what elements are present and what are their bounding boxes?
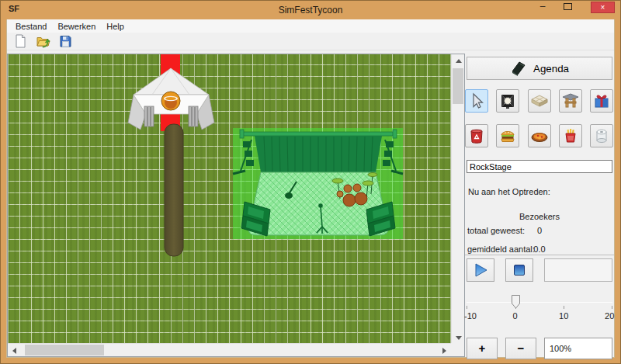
stat-total-row: totaal geweest: 0: [465, 226, 614, 235]
tool-button-trash-can[interactable]: [465, 124, 488, 147]
menu-help[interactable]: Help: [101, 21, 130, 32]
speed-slider[interactable]: -10 0 10 20: [467, 293, 612, 325]
agenda-button[interactable]: Agenda: [467, 57, 612, 80]
stage-platform-icon: [530, 92, 549, 110]
new-file-icon: [12, 33, 28, 49]
stat-total-label: totaal geweest:: [467, 226, 525, 235]
maximize-button[interactable]: [564, 3, 572, 10]
tool-button-toilet[interactable]: [590, 124, 613, 147]
tool-button-stage-platform[interactable]: [528, 89, 551, 113]
stat-average-label: gemiddeld aantal:: [467, 244, 535, 254]
slider-label-zero: 0: [513, 311, 518, 321]
now-performing-label: Nu aan het Optreden:: [468, 187, 550, 196]
stop-icon: [511, 262, 528, 279]
slider-thumb-icon: [512, 295, 520, 309]
new-file-button[interactable]: [11, 33, 29, 50]
scroll-right-icon[interactable]: [442, 348, 446, 354]
vertical-scroll-thumb[interactable]: [453, 68, 463, 104]
minimize-button[interactable]: –: [536, 1, 549, 13]
dirt-path[interactable]: [165, 124, 183, 256]
menu-bestand[interactable]: Bestand: [10, 21, 52, 32]
window-title: SimFestTycoon: [1, 5, 620, 16]
app-window: SF SimFestTycoon – × Bestand Bewerken He…: [0, 0, 621, 364]
zoom-level-field[interactable]: 100%: [544, 338, 612, 359]
window-body: Bestand Bewerken Help: [6, 19, 615, 358]
pizza-icon: [530, 127, 549, 145]
stat-average-row: gemiddeld aantal: 0.0: [465, 244, 614, 254]
zoom-in-button[interactable]: +: [467, 338, 498, 359]
grass-grid[interactable]: [8, 54, 451, 345]
spotlight-icon: [498, 92, 517, 110]
tool-button-spotlight[interactable]: [496, 89, 519, 113]
slider-track[interactable]: [467, 302, 612, 303]
tool-button-burger-stand[interactable]: [496, 124, 519, 147]
scrollbar-corner: [451, 343, 464, 356]
zoom-out-button[interactable]: −: [505, 338, 536, 359]
trash-can-icon: [467, 127, 486, 145]
scroll-up-icon[interactable]: [456, 59, 462, 63]
menu-bewerken[interactable]: Bewerken: [52, 21, 101, 32]
visitors-header: Bezoekers: [465, 212, 614, 221]
gift-icon: [592, 92, 611, 110]
zoom-controls: + − 100%: [467, 338, 612, 359]
festival-canvas[interactable]: [7, 54, 465, 357]
slider-label-ten: 10: [559, 311, 568, 321]
tool-button-gift[interactable]: [590, 89, 613, 113]
stage-truss: [242, 132, 394, 136]
stop-button[interactable]: [505, 258, 533, 282]
tool-button-select[interactable]: [465, 89, 488, 113]
agenda-label: Agenda: [533, 63, 569, 75]
menu-bar: Bestand Bewerken Help: [7, 19, 614, 33]
cursor-icon: [467, 92, 486, 110]
tool-button-entrance-gate[interactable]: [559, 89, 582, 113]
slider-label-min: -10: [464, 311, 477, 321]
transport-display: [544, 258, 612, 282]
scene-layer: [8, 54, 451, 345]
vertical-scrollbar[interactable]: [451, 54, 464, 345]
open-folder-icon: [35, 33, 50, 49]
save-button[interactable]: [56, 33, 75, 50]
toolbar: [7, 33, 614, 50]
save-icon: [57, 33, 73, 49]
control-panel: Agenda: [465, 54, 614, 357]
main-content: Agenda: [7, 50, 614, 357]
agenda-book-icon: [510, 60, 527, 77]
open-file-button[interactable]: [33, 33, 52, 50]
titlebar[interactable]: SF SimFestTycoon – ×: [1, 1, 620, 19]
play-icon: [472, 262, 489, 279]
stage-placement-preview[interactable]: [233, 128, 403, 239]
scroll-left-icon[interactable]: [12, 348, 16, 354]
close-button[interactable]: ×: [591, 2, 615, 13]
tent-speaker-left: [144, 106, 154, 127]
burger-icon: [498, 127, 517, 145]
horizontal-scrollbar[interactable]: [8, 343, 451, 356]
gate-icon: [561, 92, 580, 110]
tool-button-pizza-stand[interactable]: [528, 124, 551, 147]
tent-speaker-right: [189, 106, 198, 127]
play-button[interactable]: [467, 258, 494, 282]
fries-icon: [561, 127, 580, 145]
toilet-paper-icon: [592, 127, 611, 145]
panel-separator: [465, 255, 614, 255]
transport-controls: [467, 258, 612, 282]
slider-label-max: 20: [605, 311, 614, 321]
tool-button-fries-stand[interactable]: [559, 124, 582, 147]
stage-name-input[interactable]: [467, 160, 612, 173]
slider-thumb[interactable]: [512, 295, 520, 310]
scroll-down-icon[interactable]: [456, 336, 462, 340]
tool-grid: [465, 89, 613, 147]
horizontal-scroll-thumb[interactable]: [25, 345, 104, 355]
